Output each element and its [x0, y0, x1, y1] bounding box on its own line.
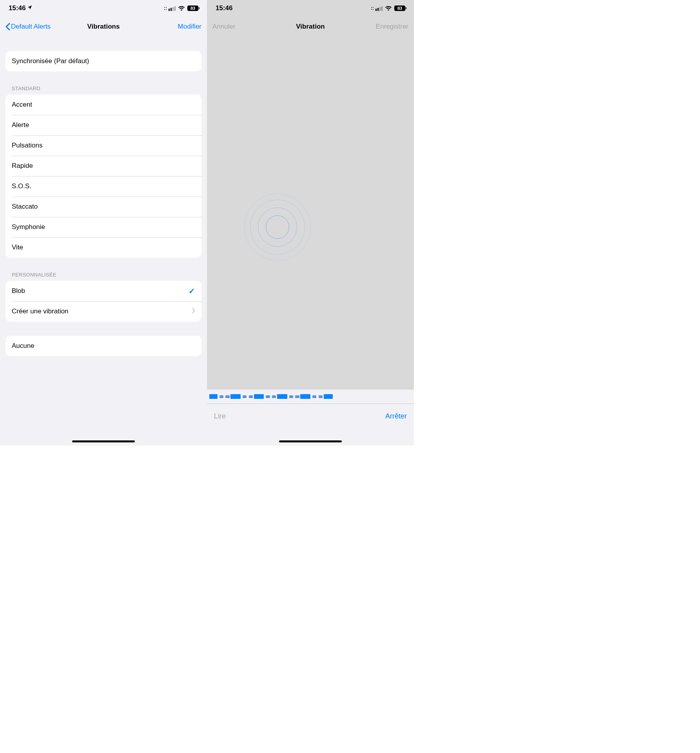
- timeline-segment: [243, 395, 247, 398]
- row-label: Aucune: [12, 342, 34, 350]
- timeline-segment: [312, 395, 316, 398]
- custom-header: PERSONNALISÉE: [5, 272, 201, 281]
- navigation-bar: Default Alerts Vibrations Modifier: [0, 16, 207, 37]
- location-icon: [27, 4, 33, 12]
- row-label: Blob: [12, 287, 25, 295]
- create-vibration-row[interactable]: Créer une vibration: [5, 301, 201, 322]
- cancel-label: Annuler: [212, 23, 236, 31]
- back-label: Default Alerts: [11, 23, 51, 31]
- cellular-signal-icon: ::: [164, 5, 176, 11]
- timeline-segment: [289, 395, 293, 398]
- timeline-segment: [266, 395, 270, 398]
- back-button[interactable]: Default Alerts: [5, 23, 51, 31]
- row-label: S.O.S.: [12, 182, 31, 190]
- checkmark-icon: ✓: [189, 286, 195, 296]
- status-time: 15:46: [9, 4, 25, 12]
- timeline-segment: [277, 394, 287, 399]
- chevron-right-icon: [192, 307, 195, 315]
- row-label: Rapide: [12, 162, 33, 170]
- row-label: Symphonie: [12, 223, 45, 231]
- navigation-bar: Annuler Vibration Enregistrer: [207, 16, 414, 37]
- status-time: 15:46: [216, 4, 232, 12]
- row-label: Créer une vibration: [12, 307, 69, 315]
- vibration-tap-area[interactable]: [207, 37, 414, 389]
- row-label: Alerte: [12, 121, 29, 129]
- timeline-segment: [300, 394, 310, 399]
- vibrations-list-screen: 15:46 :: 83 De: [0, 0, 207, 446]
- standard-group: AccentAlertePulsationsRapideS.O.S.Stacca…: [5, 95, 201, 258]
- row-label: Accent: [12, 101, 32, 109]
- timeline-segment: [209, 394, 218, 399]
- stop-button[interactable]: Arrêter: [385, 412, 407, 420]
- home-indicator: [279, 440, 342, 442]
- playback-controls: Lire Arrêter: [207, 404, 414, 428]
- timeline-segment: [254, 394, 264, 399]
- timeline-segment: [319, 395, 323, 398]
- wifi-icon: [385, 5, 392, 11]
- wifi-icon: [178, 5, 185, 11]
- battery-icon: 83: [187, 5, 198, 11]
- default-vibration-row[interactable]: Synchronisée (Par défaut): [5, 51, 201, 71]
- timeline-segment: [230, 394, 241, 399]
- cellular-signal-icon: ::: [371, 5, 383, 11]
- row-label: Staccato: [12, 203, 38, 211]
- row-label: Vite: [12, 244, 23, 251]
- cancel-button[interactable]: Annuler: [212, 23, 236, 31]
- timeline-segment: [219, 395, 223, 398]
- row-label: Pulsations: [12, 142, 42, 149]
- timeline-segment: [295, 395, 299, 398]
- standard-vibration-row[interactable]: Accent: [5, 95, 201, 115]
- save-label: Enregistrer: [376, 23, 408, 30]
- standard-vibration-row[interactable]: S.O.S.: [5, 176, 201, 196]
- edit-button[interactable]: Modifier: [178, 23, 201, 31]
- status-bar: 15:46 :: 83: [207, 0, 414, 16]
- battery-icon: 83: [394, 5, 405, 11]
- custom-group: Blob ✓ Créer une vibration: [5, 281, 201, 322]
- vibration-timeline: [207, 389, 414, 404]
- standard-vibration-row[interactable]: Rapide: [5, 156, 201, 176]
- nav-title: Vibration: [296, 23, 325, 31]
- play-button[interactable]: Lire: [214, 412, 226, 420]
- save-button[interactable]: Enregistrer: [376, 23, 408, 31]
- timeline-segment: [272, 395, 276, 398]
- standard-vibration-row[interactable]: Vite: [5, 237, 201, 258]
- home-indicator: [72, 440, 135, 442]
- standard-vibration-row[interactable]: Symphonie: [5, 217, 201, 237]
- timeline-segment: [249, 395, 253, 398]
- standard-vibration-row[interactable]: Alerte: [5, 115, 201, 135]
- timeline-segment: [324, 394, 333, 399]
- standard-header: STANDARD: [5, 85, 201, 95]
- custom-vibration-row[interactable]: Blob ✓: [5, 281, 201, 301]
- timeline-segment: [225, 395, 229, 398]
- nav-title: Vibrations: [87, 23, 120, 31]
- default-group: Synchronisée (Par défaut): [5, 51, 201, 71]
- ripple-icon: [244, 194, 311, 260]
- row-label: Synchronisée (Par défaut): [12, 57, 89, 65]
- none-group: Aucune: [5, 336, 201, 356]
- standard-vibration-row[interactable]: Staccato: [5, 196, 201, 217]
- standard-vibration-row[interactable]: Pulsations: [5, 135, 201, 156]
- none-row[interactable]: Aucune: [5, 336, 201, 356]
- vibration-recorder-screen: 15:46 :: 83 Annuler Vibration: [207, 0, 414, 446]
- status-bar: 15:46 :: 83: [0, 0, 207, 16]
